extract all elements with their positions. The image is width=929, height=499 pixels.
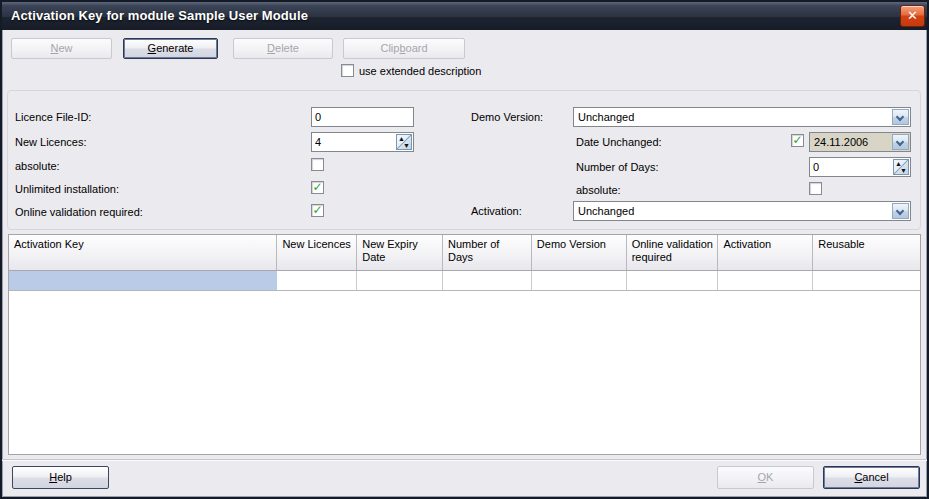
use-extended-description-label: use extended description [359, 64, 481, 78]
chevron-down-icon [896, 113, 904, 121]
demo-version-label: Demo Version: [471, 110, 543, 124]
table-cell[interactable] [813, 271, 920, 290]
number-of-days-field: ▲▼ [809, 157, 911, 177]
generate-button[interactable]: Generate [123, 38, 218, 59]
table-cell-selected[interactable] [9, 271, 277, 290]
form-groupbox: Licence File-ID: New Licences: ▲▼ absolu… [7, 90, 921, 230]
absolute-right-label: absolute: [576, 183, 621, 197]
ok-button[interactable]: OK [717, 466, 814, 489]
cancel-button[interactable]: Cancel [823, 466, 920, 489]
table-cell[interactable] [277, 271, 357, 290]
new-licences-field: ▲▼ [311, 132, 414, 152]
online-validation-label: Online validation required: [15, 205, 143, 219]
table-cell[interactable] [443, 271, 532, 290]
unlimited-installation-checkbox[interactable]: ✓ [311, 181, 324, 194]
window-title: Activation Key for module Sample User Mo… [11, 2, 308, 30]
column-header[interactable]: New Expiry Date [357, 235, 443, 270]
close-button[interactable]: ✕ [900, 5, 925, 27]
column-header[interactable]: Activation Key [9, 235, 277, 270]
date-unchanged-checkbox[interactable]: ✓ [791, 134, 804, 147]
dropdown-button[interactable] [892, 203, 909, 219]
activation-key-table: Activation Key New Licences New Expiry D… [8, 234, 921, 455]
table-cell[interactable] [532, 271, 627, 290]
chevron-down-icon [896, 207, 904, 215]
table-cell[interactable] [357, 271, 443, 290]
table-row[interactable] [9, 271, 920, 291]
column-header[interactable]: New Licences [277, 235, 357, 270]
demo-version-combo[interactable]: Unchanged [573, 107, 911, 127]
column-header[interactable]: Number of Days [443, 235, 532, 270]
date-combo[interactable]: 24.11.2006 [809, 132, 911, 152]
dropdown-button[interactable] [892, 134, 909, 150]
online-validation-checkbox[interactable]: ✓ [311, 204, 324, 217]
clipboard-button[interactable]: Clipboard [343, 38, 465, 59]
activation-combo[interactable]: Unchanged [573, 201, 911, 221]
absolute-right-checkbox[interactable] [809, 182, 822, 195]
chevron-down-icon [896, 138, 904, 146]
absolute-left-label: absolute: [15, 159, 60, 173]
use-extended-description-checkbox[interactable] [341, 64, 354, 77]
close-icon: ✕ [901, 6, 924, 26]
activation-key-dialog: Activation Key for module Sample User Mo… [0, 0, 929, 499]
help-button[interactable]: Help [12, 466, 109, 489]
number-of-days-label: Number of Days: [576, 160, 659, 174]
new-button[interactable]: New [11, 38, 112, 59]
table-header-row: Activation Key New Licences New Expiry D… [9, 235, 920, 271]
spinner-icon[interactable]: ▲▼ [396, 134, 412, 150]
licence-file-id-label: Licence File-ID: [15, 110, 91, 124]
footer-separator [2, 459, 927, 461]
title-bar[interactable]: Activation Key for module Sample User Mo… [2, 2, 927, 30]
table-cell[interactable] [627, 271, 719, 290]
delete-button[interactable]: Delete [233, 38, 333, 59]
spinner-icon[interactable]: ▲▼ [893, 159, 909, 175]
table-cell[interactable] [718, 271, 813, 290]
column-header[interactable]: Activation [718, 235, 813, 270]
column-header[interactable]: Online validation required [627, 235, 719, 270]
absolute-left-checkbox[interactable] [311, 158, 324, 171]
unlimited-installation-label: Unlimited installation: [15, 182, 119, 196]
date-unchanged-label: Date Unchanged: [576, 135, 662, 149]
new-licences-label: New Licences: [15, 135, 87, 149]
activation-label: Activation: [471, 204, 522, 218]
dropdown-button[interactable] [892, 109, 909, 125]
column-header[interactable]: Demo Version [532, 235, 627, 270]
licence-file-id-input[interactable] [311, 107, 414, 127]
column-header[interactable]: Reusable [813, 235, 920, 270]
